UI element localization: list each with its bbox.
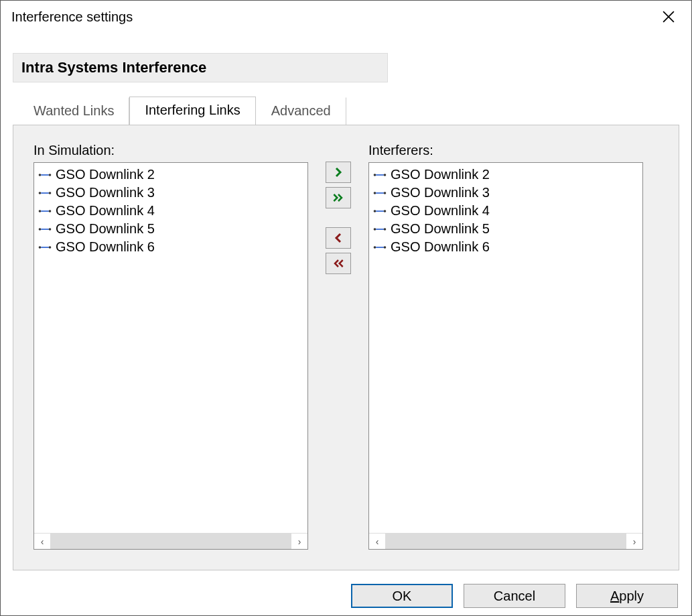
list-item[interactable]: GSO Downlink 2 — [36, 166, 306, 184]
list-item-label: GSO Downlink 6 — [391, 239, 490, 255]
body: Intra Systems Interference Wanted Links … — [1, 33, 691, 577]
svg-point-16 — [49, 246, 52, 249]
close-icon — [663, 11, 675, 23]
tab-panel: In Simulation: GSO Downlink 2 GSO Downli… — [13, 125, 679, 570]
in-simulation-items: GSO Downlink 2 GSO Downlink 3 GSO Downli… — [34, 163, 307, 533]
scroll-left-icon[interactable]: ‹ — [34, 534, 50, 549]
svg-point-25 — [384, 210, 387, 212]
cancel-button-label: Cancel — [494, 589, 535, 604]
cancel-button[interactable]: Cancel — [464, 584, 565, 608]
svg-point-13 — [49, 228, 52, 231]
double-chevron-left-icon — [332, 258, 345, 269]
list-item[interactable]: GSO Downlink 2 — [370, 166, 641, 184]
interferers-label: Interferers: — [368, 143, 643, 158]
svg-point-10 — [49, 210, 52, 212]
link-icon — [38, 243, 52, 251]
link-icon — [373, 171, 387, 179]
svg-point-26 — [374, 228, 376, 231]
svg-point-8 — [39, 210, 42, 212]
in-simulation-listbox[interactable]: GSO Downlink 2 GSO Downlink 3 GSO Downli… — [33, 162, 308, 550]
list-item-label: GSO Downlink 4 — [56, 203, 155, 219]
double-chevron-right-icon — [332, 192, 345, 203]
footer: OK Cancel Apply — [1, 577, 691, 616]
list-item-label: GSO Downlink 5 — [56, 221, 155, 237]
titlebar: Interference settings — [1, 1, 691, 33]
svg-point-4 — [49, 174, 52, 176]
svg-point-17 — [374, 174, 376, 176]
scroll-track[interactable] — [50, 534, 291, 549]
move-left-button[interactable] — [326, 227, 351, 249]
tab-interfering-links[interactable]: Interfering Links — [129, 97, 255, 125]
move-right-button[interactable] — [326, 162, 351, 183]
hscrollbar[interactable]: ‹ › — [369, 533, 642, 549]
list-item[interactable]: GSO Downlink 3 — [36, 184, 306, 202]
apply-button-label: Apply — [610, 589, 644, 604]
list-item-label: GSO Downlink 6 — [56, 239, 155, 255]
list-item-label: GSO Downlink 2 — [56, 167, 155, 182]
link-icon — [38, 189, 52, 197]
dual-list: In Simulation: GSO Downlink 2 GSO Downli… — [33, 143, 659, 550]
svg-point-7 — [49, 192, 52, 194]
list-item-label: GSO Downlink 4 — [391, 203, 490, 219]
in-simulation-label: In Simulation: — [33, 143, 308, 158]
scroll-right-icon[interactable]: › — [291, 534, 307, 549]
list-item-label: GSO Downlink 5 — [391, 221, 490, 237]
svg-point-28 — [384, 228, 387, 231]
dialog-window: Interference settings Intra Systems Inte… — [0, 0, 692, 616]
tabs-header: Wanted Links Interfering Links Advanced — [13, 96, 679, 125]
list-item-label: GSO Downlink 3 — [56, 185, 155, 200]
close-button[interactable] — [654, 6, 683, 27]
interferers-column: Interferers: GSO Downlink 2 GSO Downlink… — [368, 143, 643, 550]
move-all-right-button[interactable] — [326, 187, 351, 208]
list-item[interactable]: GSO Downlink 5 — [36, 220, 306, 238]
svg-point-2 — [39, 174, 42, 176]
transfer-buttons — [308, 143, 368, 278]
move-all-left-button[interactable] — [326, 253, 351, 274]
link-icon — [373, 243, 387, 251]
ok-button-label: OK — [393, 589, 412, 604]
svg-point-14 — [39, 246, 42, 249]
list-item[interactable]: GSO Downlink 4 — [370, 202, 641, 220]
link-icon — [38, 171, 52, 179]
link-icon — [38, 225, 52, 233]
svg-point-23 — [374, 210, 376, 212]
svg-point-5 — [39, 192, 42, 194]
list-item-label: GSO Downlink 2 — [391, 167, 490, 182]
hscrollbar[interactable]: ‹ › — [34, 533, 307, 549]
svg-point-31 — [384, 246, 387, 249]
section-title: Intra Systems Interference — [13, 53, 388, 82]
svg-point-11 — [39, 228, 42, 231]
list-item[interactable]: GSO Downlink 6 — [36, 238, 306, 256]
svg-point-22 — [384, 192, 387, 194]
tab-advanced[interactable]: Advanced — [256, 97, 346, 125]
svg-point-29 — [374, 246, 376, 249]
svg-point-19 — [384, 174, 387, 176]
chevron-right-icon — [332, 167, 345, 178]
scroll-left-icon[interactable]: ‹ — [369, 534, 385, 549]
list-item[interactable]: GSO Downlink 6 — [370, 238, 641, 256]
tab-wanted-links[interactable]: Wanted Links — [18, 97, 129, 125]
link-icon — [373, 207, 387, 215]
list-item[interactable]: GSO Downlink 5 — [370, 220, 641, 238]
list-item[interactable]: GSO Downlink 4 — [36, 202, 306, 220]
interferers-items: GSO Downlink 2 GSO Downlink 3 GSO Downli… — [369, 163, 642, 533]
scroll-track[interactable] — [385, 534, 626, 549]
link-icon — [373, 189, 387, 197]
in-simulation-column: In Simulation: GSO Downlink 2 GSO Downli… — [33, 143, 308, 550]
svg-point-20 — [374, 192, 376, 194]
list-item[interactable]: GSO Downlink 3 — [370, 184, 641, 202]
ok-button[interactable]: OK — [351, 584, 453, 608]
chevron-left-icon — [332, 233, 345, 243]
link-icon — [38, 207, 52, 215]
scroll-right-icon[interactable]: › — [626, 534, 642, 549]
interferers-listbox[interactable]: GSO Downlink 2 GSO Downlink 3 GSO Downli… — [368, 162, 643, 550]
apply-button[interactable]: Apply — [576, 584, 678, 608]
list-item-label: GSO Downlink 3 — [391, 185, 490, 200]
link-icon — [373, 225, 387, 233]
window-title: Interference settings — [11, 9, 133, 25]
